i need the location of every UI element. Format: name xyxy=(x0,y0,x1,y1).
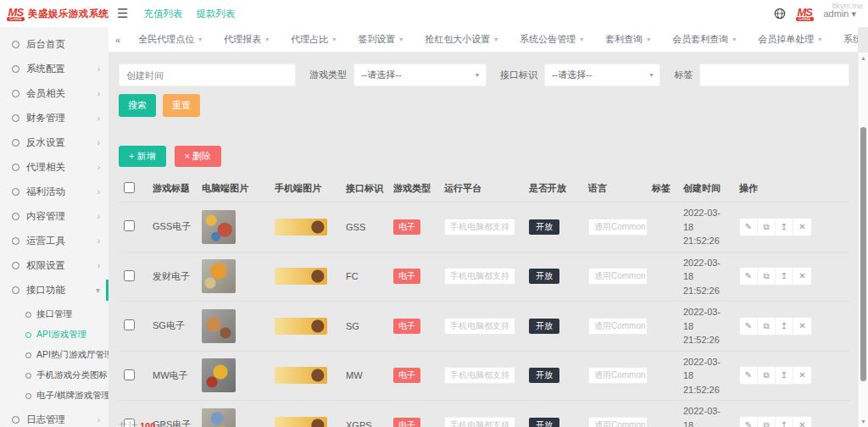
select-all-checkbox[interactable] xyxy=(124,182,135,193)
table-header-row: 游戏标题 电脑端图片 手机端图片 接口标识 游戏类型 运行平台 是否开放 语言 … xyxy=(119,175,849,202)
delete-row-icon[interactable]: ✕ xyxy=(793,318,811,335)
created-time: 21:52:26 xyxy=(683,284,729,298)
move-top-icon[interactable]: ↥ xyxy=(776,219,793,236)
move-top-icon[interactable]: ↥ xyxy=(776,417,793,427)
tag-cell xyxy=(647,401,678,427)
sidebar-item-interface[interactable]: 接口功能 ▾ xyxy=(0,278,108,302)
nav-recharge-list[interactable]: 充值列表 xyxy=(143,8,182,20)
tab-agent-report[interactable]: 代理报表▾ xyxy=(213,27,280,52)
interface-code-label: 接口标识 xyxy=(500,69,537,81)
circle-icon xyxy=(25,393,31,399)
tab-redpacket-size[interactable]: 抢红包大小设置▾ xyxy=(414,27,509,52)
tab-member-arbitrage-query[interactable]: 会员套利查询▾ xyxy=(661,27,747,52)
move-top-icon[interactable]: ↥ xyxy=(776,318,793,335)
row-checkbox[interactable] xyxy=(124,220,135,231)
hamburger-icon[interactable]: ☰ xyxy=(117,6,128,21)
move-top-icon[interactable]: ↥ xyxy=(776,367,793,384)
edit-icon[interactable]: ✎ xyxy=(740,268,758,285)
delete-row-icon[interactable]: ✕ xyxy=(793,268,811,285)
sidebar-item-electronic-chess-games[interactable]: 电子/棋牌游戏管理 xyxy=(0,385,108,406)
sidebar-item-dashboard[interactable]: 后台首页 xyxy=(0,32,108,57)
sidebar-item-api-hot-hall[interactable]: API热门游戏厅管理 xyxy=(0,345,108,365)
edit-icon[interactable]: ✎ xyxy=(740,318,758,335)
tab-data-cleanup[interactable]: 系统数据清理▾ xyxy=(832,27,858,52)
reset-button[interactable]: 重置 xyxy=(163,94,200,117)
sidebar-item-permission[interactable]: 权限设置 › xyxy=(0,253,108,278)
chevron-down-icon: ▾ xyxy=(476,71,479,79)
game-type-badge: 电子 xyxy=(393,219,420,235)
move-top-icon[interactable]: ↥ xyxy=(776,268,793,285)
tab-member-order-handling[interactable]: 会员掉单处理▾ xyxy=(747,27,832,52)
row-checkbox[interactable] xyxy=(124,319,135,330)
copy-icon[interactable]: ⧉ xyxy=(758,417,776,427)
delete-button[interactable]: × 删除 xyxy=(175,146,222,167)
game-type-badge: 电子 xyxy=(393,418,420,427)
language-badge: 通用Common xyxy=(588,268,647,285)
edit-icon[interactable]: ✎ xyxy=(740,367,758,384)
sidebar-item-system-config[interactable]: 系统配置 › xyxy=(0,57,108,81)
open-status-badge: 开放 xyxy=(529,319,559,334)
tab-agent-points[interactable]: 全民代理点位▾ xyxy=(127,27,213,52)
tag-cell xyxy=(647,202,678,252)
chevron-down-icon: ▾ xyxy=(198,36,202,43)
row-checkbox[interactable] xyxy=(124,369,135,380)
nav-withdraw-list[interactable]: 提款列表 xyxy=(196,8,235,20)
sidebar-item-member[interactable]: 会员相关 › xyxy=(0,81,108,106)
tab-checkin-settings[interactable]: 签到设置▾ xyxy=(347,27,414,52)
game-title: SG电子 xyxy=(147,302,197,352)
edit-icon[interactable]: ✎ xyxy=(740,417,758,427)
language-icon[interactable] xyxy=(774,8,786,19)
interface-code: GSS xyxy=(341,202,388,252)
copy-icon[interactable]: ⧉ xyxy=(758,367,776,384)
search-button[interactable]: 搜索 xyxy=(119,94,156,117)
chevron-right-icon: › xyxy=(97,236,100,246)
created-date: 2022-03-18 xyxy=(683,305,729,333)
sidebar-item-content[interactable]: 内容管理 › xyxy=(0,204,108,229)
created-date: 2022-03-18 xyxy=(683,206,729,234)
create-time-input[interactable] xyxy=(119,64,296,86)
sidebar-item-operation-tools[interactable]: 运营工具 › xyxy=(0,229,108,253)
platform-badge: 手机电脑都支持 xyxy=(444,367,515,384)
sidebar-item-rebate[interactable]: 反水设置 › xyxy=(0,130,108,155)
circle-icon xyxy=(12,237,19,245)
open-status-badge: 开放 xyxy=(529,219,559,235)
chevron-right-icon: › xyxy=(97,415,100,424)
tab-agent-ratio[interactable]: 代理占比▾ xyxy=(280,27,347,52)
pc-image xyxy=(202,210,236,244)
scroll-up-icon[interactable]: ▲ xyxy=(859,55,868,61)
scrollbar-thumb[interactable] xyxy=(860,127,866,381)
sidebar-item-api-game-management[interactable]: API游戏管理 xyxy=(0,324,108,345)
copy-icon[interactable]: ⧉ xyxy=(758,318,776,335)
sidebar-item-log[interactable]: 日志管理 › xyxy=(0,408,108,427)
tab-arbitrage-query[interactable]: 套利查询▾ xyxy=(594,27,661,52)
tag-input[interactable] xyxy=(699,64,849,86)
sidebar-item-mobile-game-icons[interactable]: 手机游戏分类图标 xyxy=(0,365,108,385)
scroll-down-icon[interactable]: ▼ xyxy=(859,419,868,424)
sidebar-item-welfare[interactable]: 福利活动 › xyxy=(0,180,108,204)
add-button[interactable]: + 新增 xyxy=(119,146,166,167)
game-title: GSS电子 xyxy=(147,202,197,252)
language-badge: 通用Common xyxy=(588,318,647,335)
chevron-down-icon: ▾ xyxy=(399,36,403,43)
sidebar-item-agent[interactable]: 代理相关 › xyxy=(0,155,108,180)
game-type-label: 游戏类型 xyxy=(309,69,347,81)
language-badge: 通用Common xyxy=(588,417,647,427)
sidebar-item-finance[interactable]: 财务管理 › xyxy=(0,106,108,130)
delete-row-icon[interactable]: ✕ xyxy=(793,417,811,427)
copy-icon[interactable]: ⧉ xyxy=(758,268,776,285)
game-type-select[interactable]: --请选择-- ▾ xyxy=(353,64,487,86)
platform-badge: 手机电脑都支持 xyxy=(444,268,515,285)
pc-image xyxy=(202,259,236,293)
delete-row-icon[interactable]: ✕ xyxy=(793,219,811,236)
interface-code-select[interactable]: --请选择-- ▾ xyxy=(544,64,660,86)
row-checkbox[interactable] xyxy=(124,270,135,281)
tabs-scroll-left-icon[interactable]: « xyxy=(108,27,127,52)
vertical-scrollbar[interactable]: ▲ ▼ xyxy=(858,53,868,427)
delete-row-icon[interactable]: ✕ xyxy=(793,367,811,384)
copy-icon[interactable]: ⧉ xyxy=(758,219,776,236)
chevron-right-icon: › xyxy=(97,89,100,98)
sidebar-item-interface-management[interactable]: 接口管理 xyxy=(0,304,108,324)
created-time: 21:52:26 xyxy=(683,234,729,248)
edit-icon[interactable]: ✎ xyxy=(740,219,758,236)
tab-announcement[interactable]: 系统公告管理▾ xyxy=(509,27,594,52)
